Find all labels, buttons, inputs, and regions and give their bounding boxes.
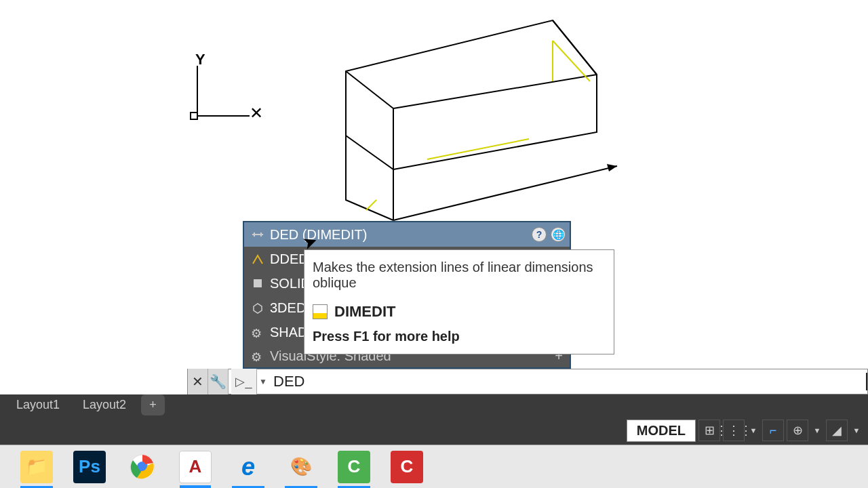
- svg-line-2: [393, 75, 597, 108]
- gear-icon: [251, 349, 264, 363]
- dimedit-icon: [251, 228, 264, 241]
- autocad-icon[interactable]: A: [179, 451, 212, 483]
- model-space-button[interactable]: MODEL: [627, 420, 696, 442]
- tooltip-command-name: DIMEDIT: [334, 303, 395, 321]
- customize-button[interactable]: 🔧: [208, 369, 229, 394]
- isodraft-icon[interactable]: ◢: [826, 420, 848, 441]
- svg-line-0: [346, 71, 393, 108]
- tab-layout2[interactable]: Layout2: [72, 394, 137, 415]
- chrome-icon[interactable]: [126, 451, 159, 483]
- file-explorer-icon[interactable]: 📁: [20, 451, 53, 483]
- tooltip-command-row: DIMEDIT: [313, 303, 606, 321]
- command-line: ✕ 🔧 ▷_ ▼: [187, 369, 868, 394]
- svg-line-7: [553, 41, 590, 81]
- command-input[interactable]: [269, 373, 867, 390]
- recorder-icon[interactable]: C: [391, 451, 423, 483]
- ucs-y-axis: [197, 66, 198, 117]
- ucs-origin-box: [190, 112, 198, 120]
- command-tooltip: Makes the extension lines of linear dime…: [304, 249, 614, 354]
- camtasia-icon[interactable]: C: [338, 451, 370, 483]
- suggestion-item-selected[interactable]: DED (DIMEDIT) ? 🌐: [244, 222, 570, 247]
- ortho-icon[interactable]: ⌐: [762, 420, 784, 441]
- close-commandline-button[interactable]: ✕: [188, 369, 208, 394]
- polar-dropdown[interactable]: ▼: [811, 426, 823, 434]
- suggestion-label: SHAD: [270, 325, 308, 340]
- tab-layout1[interactable]: Layout1: [5, 394, 71, 415]
- tooltip-description: Makes the extension lines of linear dime…: [313, 260, 606, 291]
- command-prompt-icon[interactable]: ▷_: [231, 369, 257, 394]
- solid-icon: [251, 277, 264, 290]
- svg-rect-9: [254, 279, 262, 287]
- tab-add-button[interactable]: +: [141, 394, 165, 415]
- globe-icon[interactable]: 🌐: [551, 227, 566, 242]
- iso-dropdown[interactable]: ▼: [850, 426, 863, 434]
- svg-line-5: [427, 139, 529, 159]
- polar-icon[interactable]: ⊕: [787, 420, 808, 441]
- command-icon: [313, 304, 328, 319]
- 3d-box-drawing[interactable]: [339, 14, 624, 230]
- paint-icon[interactable]: 🎨: [285, 451, 317, 483]
- help-icon[interactable]: ?: [532, 227, 547, 242]
- 3dedit-icon: [251, 301, 264, 314]
- status-bar: MODEL ⊞ ⋮⋮⋮ ▼ ⌐ ⊕ ▼ ◢ ▼: [0, 416, 868, 445]
- command-history-dropdown[interactable]: ▼: [257, 377, 269, 386]
- ddedit-icon: [251, 252, 264, 266]
- ucs-x-mark: ✕: [250, 104, 263, 123]
- svg-marker-8: [607, 164, 617, 171]
- ucs-x-axis: [197, 115, 250, 117]
- grid-dots-icon[interactable]: ⋮⋮⋮: [723, 420, 745, 441]
- svg-line-4: [366, 200, 376, 210]
- suggestion-label: DED (DIMEDIT): [270, 227, 367, 243]
- suggestion-help-icons: ? 🌐: [532, 227, 566, 242]
- photoshop-icon[interactable]: Ps: [73, 451, 106, 483]
- tooltip-help-text: Press F1 for more help: [313, 329, 606, 344]
- gear-icon: [251, 325, 264, 339]
- edge-icon[interactable]: e: [232, 451, 264, 483]
- layout-tabs: Layout1 Layout2 +: [0, 394, 868, 416]
- windows-taskbar: 📁 Ps A e 🎨 C C: [0, 445, 868, 488]
- grid-dropdown[interactable]: ▼: [747, 426, 760, 434]
